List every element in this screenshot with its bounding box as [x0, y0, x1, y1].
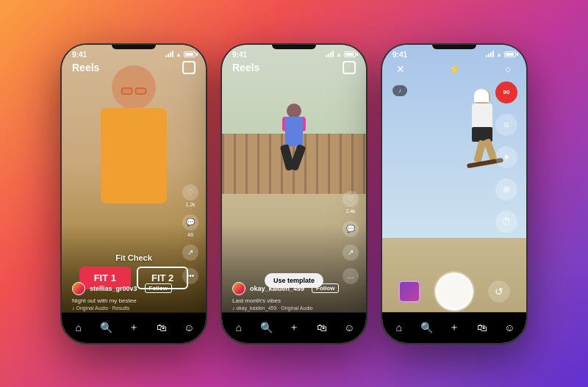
phone3-status-bar: 9:41 ▲	[392, 51, 516, 59]
phone-1: 9:41 ▲ Reels Fit Check	[60, 43, 207, 344]
phone2-content: 9:41 ▲ Reels Use template	[222, 45, 366, 343]
speed-button[interactable]: ≡	[495, 114, 517, 136]
nav-shop-3[interactable]: 🛍	[471, 317, 493, 339]
camera-icon-2[interactable]	[343, 61, 356, 74]
jumper-body	[285, 117, 303, 146]
more-action-2[interactable]: …	[343, 268, 359, 284]
like-action-2[interactable]: ♡ 2.4k	[343, 191, 359, 214]
nav-add-2[interactable]: ＋	[283, 317, 305, 339]
share-icon: ↗	[182, 245, 198, 261]
comment-icon: 💬	[182, 214, 198, 231]
glasses-left	[121, 87, 133, 95]
avatar-2	[232, 282, 245, 295]
nav-search-3[interactable]: 🔍	[415, 317, 437, 339]
bottom-nav: ⌂ 🔍 ＋ 🛍 ☺	[62, 312, 206, 343]
jumper-head	[287, 104, 301, 118]
reels-title: Reels	[72, 62, 99, 73]
share-icon-2: ↗	[343, 245, 359, 261]
close-button[interactable]: ✕	[392, 61, 409, 77]
fit-check-title: Fit Check	[72, 253, 196, 262]
battery-icon	[344, 51, 356, 57]
signal-bars-icon	[326, 51, 334, 57]
nav-shop-2[interactable]: 🛍	[311, 317, 333, 339]
like-count: 1.2k	[185, 202, 195, 207]
phone1-content: 9:41 ▲ Reels Fit Check	[62, 45, 206, 343]
status-time: 9:41	[232, 51, 247, 59]
nav-profile-2[interactable]: ☺	[338, 317, 360, 339]
share-action[interactable]: ↗	[182, 245, 198, 261]
timer-button-2[interactable]: ⏱	[495, 211, 517, 233]
battery-icon-3	[504, 51, 516, 57]
phone-3: 9:41 ▲ ✕ ⚡ ○ ♪	[381, 43, 528, 344]
nav-add-3[interactable]: ＋	[443, 317, 465, 339]
more-action[interactable]: •••	[182, 268, 198, 284]
comment-action[interactable]: 💬 48	[182, 214, 198, 237]
audio-info-2: ♪ okay_kaiden_459 · Original Audio	[232, 305, 356, 311]
wifi-icon: ▲	[336, 51, 342, 58]
settings-button[interactable]: ○	[500, 61, 516, 77]
status-icons: ▲	[165, 51, 196, 58]
camera-right-controls: 90 ≡ ✦ ⊕ ⏱	[495, 82, 517, 233]
phone3-content: 9:41 ▲ ✕ ⚡ ○ ♪	[382, 45, 526, 343]
status-icons: ▲	[326, 51, 356, 58]
reels-title-2: Reels	[232, 62, 259, 73]
timer-button[interactable]: 90	[495, 82, 517, 104]
nav-shop[interactable]: 🛍	[151, 317, 173, 339]
person-figure	[68, 58, 200, 249]
phones-container: 9:41 ▲ Reels Fit Check	[0, 0, 588, 387]
nav-home-3[interactable]: ⌂	[388, 317, 410, 339]
more-icon-2: …	[343, 268, 359, 284]
bottom-nav-2: ⌂ 🔍 ＋ 🛍 ☺	[222, 312, 366, 343]
wifi-icon-3: ▲	[496, 51, 502, 58]
share-action-2[interactable]: ↗	[343, 245, 359, 261]
phone2-status-bar: 9:41 ▲	[232, 51, 356, 59]
phone-2: 9:41 ▲ Reels Use template	[220, 43, 368, 344]
person-body	[101, 108, 167, 203]
comment-action-2[interactable]: 💬	[343, 221, 359, 237]
heart-icon-2: ♡	[343, 191, 359, 207]
status-time-3: 9:41	[392, 51, 407, 59]
phone2-bottom-info: okay_kaiden_459 Follow Last month's vibe…	[222, 282, 366, 311]
caption: Night out with my bestee	[72, 297, 196, 304]
thumbnail[interactable]	[398, 281, 420, 303]
nav-add[interactable]: ＋	[123, 317, 145, 339]
camera-icon[interactable]	[182, 61, 196, 74]
wifi-icon: ▲	[176, 51, 182, 58]
follow-button[interactable]: Follow	[145, 283, 172, 293]
battery-icon	[184, 51, 196, 57]
signal-bars-icon-3	[486, 51, 494, 57]
flip-camera-button[interactable]: ↺	[488, 281, 510, 303]
glasses	[121, 87, 147, 95]
music-indicator[interactable]: ♪	[392, 85, 407, 96]
camera-top-controls: ✕ ⚡ ○	[392, 61, 516, 77]
like-action[interactable]: ♡ 1.2k	[182, 184, 198, 207]
music-note-icon: ♪	[398, 87, 401, 94]
user-row-2: okay_kaiden_459 Follow	[232, 282, 356, 295]
shutter-area: ↺	[382, 272, 526, 311]
nav-home[interactable]: ⌂	[68, 317, 90, 339]
effects-button[interactable]: ✦	[495, 146, 517, 168]
right-actions-2: ♡ 2.4k 💬 ↗ …	[343, 191, 359, 284]
username-2: okay_kaiden_459	[250, 285, 304, 292]
phone1-status-bar: 9:41 ▲	[72, 51, 196, 59]
status-icons-3: ▲	[486, 51, 516, 58]
align-button[interactable]: ⊕	[495, 178, 517, 200]
nav-profile[interactable]: ☺	[178, 317, 200, 339]
nav-search[interactable]: 🔍	[95, 317, 117, 339]
nav-profile-3[interactable]: ☺	[498, 317, 520, 339]
signal-bars-icon	[165, 51, 173, 57]
heart-icon: ♡	[182, 184, 198, 200]
comment-icon-2: 💬	[343, 221, 359, 237]
flash-button[interactable]: ⚡	[446, 61, 462, 77]
reels-header: Reels	[72, 61, 196, 74]
skater-hat	[474, 89, 489, 102]
more-icon: •••	[182, 268, 198, 284]
nav-search-2[interactable]: 🔍	[255, 317, 277, 339]
comment-count: 48	[187, 232, 193, 237]
jumper-figure	[268, 104, 320, 221]
shutter-button[interactable]	[435, 272, 473, 311]
nav-home-2[interactable]: ⌂	[228, 317, 250, 339]
follow-button-2[interactable]: Follow	[312, 283, 339, 293]
like-count-2: 2.4k	[345, 209, 355, 214]
reels-header-2: Reels	[232, 61, 356, 74]
